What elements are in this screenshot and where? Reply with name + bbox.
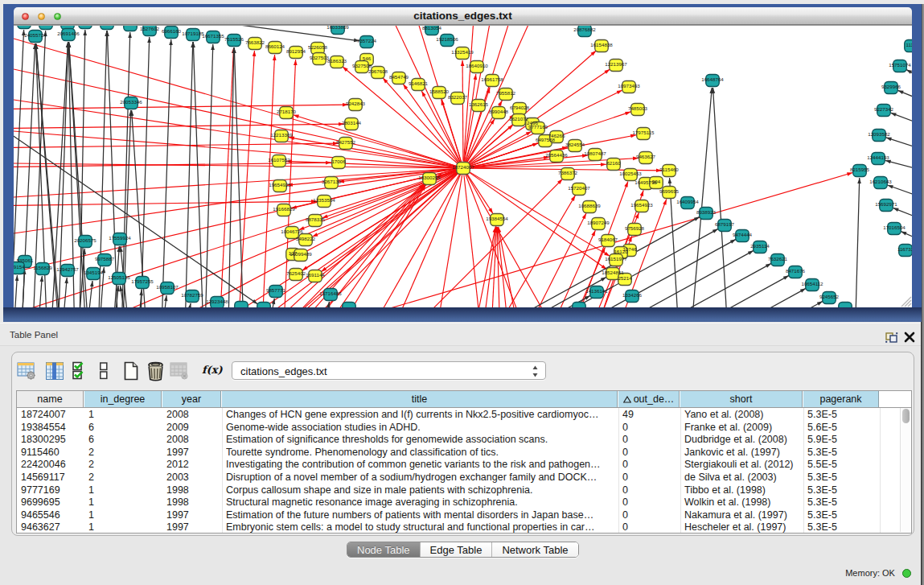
cell-r6-year[interactable]: 1998 <box>166 484 220 496</box>
cell-r1-in_degree[interactable]: 6 <box>88 422 160 433</box>
window-titlebar[interactable]: citations_edges.txt <box>14 7 912 25</box>
tab-network-table[interactable]: Network Table <box>491 542 577 557</box>
cell-r0-title[interactable]: Changes of HCN gene expression and I(f) … <box>226 409 616 420</box>
citation-edge-black[interactable] <box>901 232 912 245</box>
citation-edge-black[interactable] <box>855 178 860 307</box>
cell-r4-name[interactable]: 22420046 <box>21 459 82 470</box>
citation-edge-black[interactable] <box>158 39 171 307</box>
new-document-icon[interactable] <box>123 361 139 381</box>
table-rows[interactable]: 1872400712008Changes of HCN gene express… <box>17 408 911 533</box>
citation-edge-black[interactable] <box>234 47 246 307</box>
cell-r3-in_degree[interactable]: 2 <box>88 447 160 458</box>
table-selector-dropdown[interactable]: citations_edges.txt <box>232 361 546 380</box>
cell-r6-name[interactable]: 9777169 <box>21 484 82 496</box>
cell-r8-short[interactable]: Nakamura et al. (1997) <box>684 509 801 521</box>
cell-r1-out_de[interactable]: 0 <box>622 422 678 433</box>
cell-r8-out_de[interactable]: 0 <box>622 509 678 521</box>
scrollbar-thumb[interactable] <box>902 409 910 423</box>
cell-r2-out_de[interactable]: 0 <box>622 434 678 445</box>
cell-r5-title[interactable]: Disruption of a novel member of a sodium… <box>226 472 616 483</box>
cell-r1-name[interactable]: 19384554 <box>21 422 82 433</box>
cell-r1-year[interactable]: 2009 <box>166 422 220 433</box>
cell-r9-short[interactable]: Hescheler et al. (1997) <box>684 521 801 533</box>
cell-r5-pagerank[interactable]: 5.3E-5 <box>807 472 877 483</box>
cell-r3-out_de[interactable]: 0 <box>622 447 678 458</box>
cell-r8-title[interactable]: Estimation of the future numbers of pati… <box>226 509 616 521</box>
function-builder-icon[interactable]: f(x) <box>202 364 223 376</box>
cell-r5-name[interactable]: 14569117 <box>21 472 82 483</box>
vertical-scrollbar[interactable] <box>900 408 910 532</box>
cell-r7-pagerank[interactable]: 5.3E-5 <box>807 496 877 508</box>
citation-edge-black[interactable] <box>202 44 213 307</box>
cell-r8-pagerank[interactable]: 5.3E-5 <box>807 509 877 521</box>
cell-r7-short[interactable]: Wolkin et al. (1998) <box>684 496 801 508</box>
float-window-icon[interactable] <box>885 332 898 343</box>
citation-edge-red[interactable] <box>237 51 254 307</box>
column-header-short[interactable]: short <box>680 391 803 407</box>
cell-r0-in_degree[interactable]: 1 <box>88 409 160 420</box>
citation-edge-red[interactable] <box>322 173 852 307</box>
cell-r7-year[interactable]: 1998 <box>166 496 220 508</box>
column-header-pagerank[interactable]: pagerank <box>803 391 879 407</box>
cell-r6-in_degree[interactable]: 1 <box>88 484 160 496</box>
cell-r5-short[interactable]: de Silva et al. (2003) <box>684 472 801 483</box>
cell-r7-title[interactable]: Structural magnetic resonance image aver… <box>226 496 616 508</box>
cell-r6-short[interactable]: Tibbo et al. (1998) <box>684 484 801 496</box>
citation-edge-black[interactable] <box>713 88 729 307</box>
citation-edge-red[interactable] <box>544 230 595 307</box>
delete-trash-icon[interactable] <box>146 361 165 381</box>
citation-edge-red[interactable] <box>294 115 457 167</box>
node-table[interactable]: namein_degreeyeartitleout_de…shortpagera… <box>16 390 912 534</box>
citation-edge-black[interactable] <box>161 295 166 307</box>
cell-r5-year[interactable]: 2003 <box>166 472 220 483</box>
cell-r8-in_degree[interactable]: 1 <box>88 509 160 521</box>
close-panel-icon[interactable] <box>904 332 915 343</box>
cell-r4-title[interactable]: Investigating the contribution of common… <box>226 459 616 470</box>
cell-r2-title[interactable]: Estimation of significance thresholds fo… <box>226 434 616 445</box>
cell-r2-in_degree[interactable]: 6 <box>88 434 160 445</box>
citation-edge-black[interactable] <box>21 269 25 307</box>
cell-r0-pagerank[interactable]: 5.3E-5 <box>807 409 877 420</box>
cell-r7-name[interactable]: 9699695 <box>21 496 82 508</box>
citation-edge-red[interactable] <box>481 227 496 307</box>
citation-edge-black[interactable] <box>701 288 806 307</box>
column-header-out_de[interactable]: out_de… <box>618 391 680 407</box>
column-header-in_degree[interactable]: in_degree <box>84 391 162 407</box>
cell-r0-name[interactable]: 18724007 <box>21 409 82 420</box>
citation-edge-red[interactable] <box>321 172 458 272</box>
cell-r3-pagerank[interactable]: 5.3E-5 <box>807 447 877 458</box>
cell-r1-short[interactable]: Franke et al. (2009) <box>684 422 801 433</box>
cell-r7-in_degree[interactable]: 1 <box>88 496 160 508</box>
citation-edge-red[interactable] <box>14 170 457 272</box>
column-header-title[interactable]: title <box>222 391 618 407</box>
cell-r0-out_de[interactable]: 49 <box>622 409 678 420</box>
cell-r4-year[interactable]: 2012 <box>166 459 220 470</box>
cell-r3-year[interactable]: 1997 <box>166 447 220 458</box>
cell-r1-pagerank[interactable]: 5.6E-5 <box>807 422 877 433</box>
table-settings-icon[interactable] <box>17 361 36 381</box>
cell-r2-short[interactable]: Dudbridge et al. (2008) <box>684 434 801 445</box>
cell-r6-title[interactable]: Corpus callosum shape and size in male p… <box>226 484 616 496</box>
network-canvas[interactable]: 1065328724055724206914061527602696616010… <box>14 25 912 307</box>
cell-r0-year[interactable]: 2008 <box>166 409 220 420</box>
cell-r9-in_degree[interactable]: 1 <box>88 521 160 533</box>
tab-edge-table[interactable]: Edge Table <box>420 542 492 557</box>
citation-edge-red[interactable] <box>498 227 510 307</box>
citation-edge-red[interactable] <box>462 60 463 162</box>
citation-edge-black[interactable] <box>182 42 193 307</box>
cell-r3-short[interactable]: Jankovic et al. (1997) <box>684 447 801 458</box>
cell-r9-name[interactable]: 9463627 <box>21 521 82 533</box>
cell-r8-name[interactable]: 9465546 <box>21 509 82 521</box>
citation-edge-black[interactable] <box>741 301 823 307</box>
cell-r3-name[interactable]: 9115460 <box>21 447 82 458</box>
cell-r9-pagerank[interactable]: 5.3E-5 <box>807 521 877 533</box>
cell-r9-out_de[interactable]: 0 <box>622 521 678 533</box>
citation-edge-red[interactable] <box>14 169 457 197</box>
cell-r5-out_de[interactable]: 0 <box>622 472 678 483</box>
cell-r3-title[interactable]: Tourette syndrome. Phenomenology and cla… <box>226 447 616 458</box>
cell-r4-pagerank[interactable]: 5.5E-5 <box>807 459 877 470</box>
column-header-name[interactable]: name <box>17 391 84 407</box>
citation-edge-red[interactable] <box>362 174 460 307</box>
cell-r1-title[interactable]: Genome-wide association studies in ADHD. <box>226 422 616 433</box>
tab-node-table[interactable]: Node Table <box>347 542 420 557</box>
